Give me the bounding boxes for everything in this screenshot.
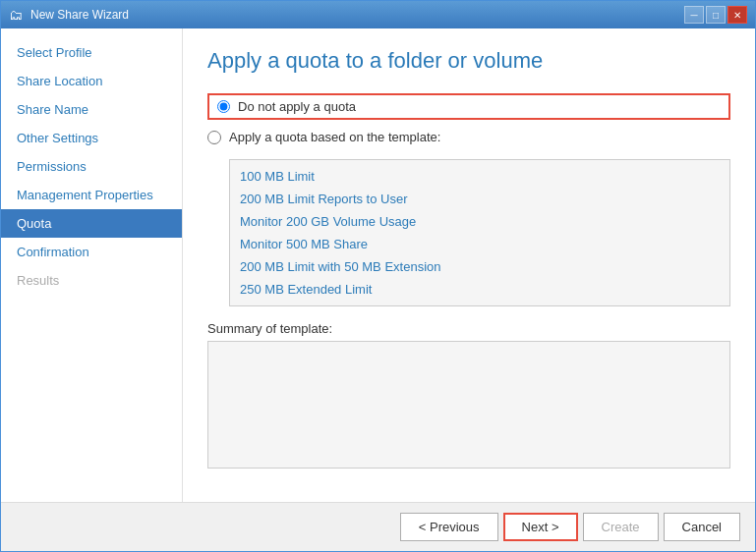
window-title: New Share Wizard — [30, 8, 129, 22]
list-item[interactable]: 250 MB Extended Limit — [230, 278, 729, 301]
main-panel: Apply a quota to a folder or volume Do n… — [183, 28, 755, 502]
radio-option-no-quota[interactable]: Do not apply a quota — [207, 93, 730, 120]
radio-group: Do not apply a quota Apply a quota based… — [207, 93, 730, 144]
template-list-container: 100 MB Limit 200 MB Limit Reports to Use… — [229, 159, 730, 306]
sidebar-item-select-profile[interactable]: Select Profile — [1, 38, 182, 67]
list-item[interactable]: Monitor 500 MB Share — [230, 233, 729, 255]
close-button[interactable]: ✕ — [727, 6, 747, 24]
window-body: Select Profile Share Location Share Name… — [1, 28, 755, 551]
title-bar-controls: ─ □ ✕ — [684, 6, 747, 24]
restore-button[interactable]: □ — [706, 6, 726, 24]
list-item[interactable]: 200 MB Limit with 50 MB Extension — [230, 255, 729, 278]
sidebar-item-share-location[interactable]: Share Location — [1, 67, 182, 95]
list-item[interactable]: 100 MB Limit — [230, 165, 729, 188]
sidebar-item-quota[interactable]: Quota — [1, 209, 182, 238]
previous-button[interactable]: < Previous — [400, 513, 498, 541]
radio-no-quota-label: Do not apply a quota — [238, 99, 356, 114]
minimize-button[interactable]: ─ — [684, 6, 704, 24]
content-area: Select Profile Share Location Share Name… — [1, 28, 755, 502]
list-item[interactable]: Monitor 200 GB Volume Usage — [230, 210, 729, 233]
template-list: 100 MB Limit 200 MB Limit Reports to Use… — [230, 160, 729, 305]
sidebar-item-permissions[interactable]: Permissions — [1, 152, 182, 181]
create-button: Create — [583, 513, 659, 541]
title-bar: 🗂 New Share Wizard ─ □ ✕ — [1, 1, 755, 28]
sidebar-item-other-settings[interactable]: Other Settings — [1, 124, 182, 152]
radio-no-quota[interactable] — [217, 100, 230, 113]
sidebar-item-results: Results — [1, 266, 182, 295]
radio-apply-quota[interactable] — [207, 131, 221, 144]
cancel-button[interactable]: Cancel — [664, 513, 740, 541]
window-icon: 🗂 — [9, 7, 25, 23]
sidebar-item-management-properties[interactable]: Management Properties — [1, 181, 182, 209]
summary-label: Summary of template: — [207, 321, 730, 336]
list-item[interactable]: 200 MB Limit Reports to User — [230, 188, 729, 210]
radio-option-apply-quota[interactable]: Apply a quota based on the template: — [207, 130, 730, 144]
wizard-window: 🗂 New Share Wizard ─ □ ✕ Select Profile … — [0, 0, 756, 552]
sidebar: Select Profile Share Location Share Name… — [1, 28, 183, 502]
page-title: Apply a quota to a folder or volume — [207, 48, 730, 74]
sidebar-item-confirmation[interactable]: Confirmation — [1, 238, 182, 266]
radio-apply-quota-label: Apply a quota based on the template: — [229, 130, 440, 144]
title-bar-left: 🗂 New Share Wizard — [9, 7, 129, 23]
sidebar-item-share-name[interactable]: Share Name — [1, 95, 182, 124]
footer: < Previous Next > Create Cancel — [1, 502, 755, 551]
summary-box — [207, 341, 730, 469]
next-button[interactable]: Next > — [503, 513, 578, 541]
